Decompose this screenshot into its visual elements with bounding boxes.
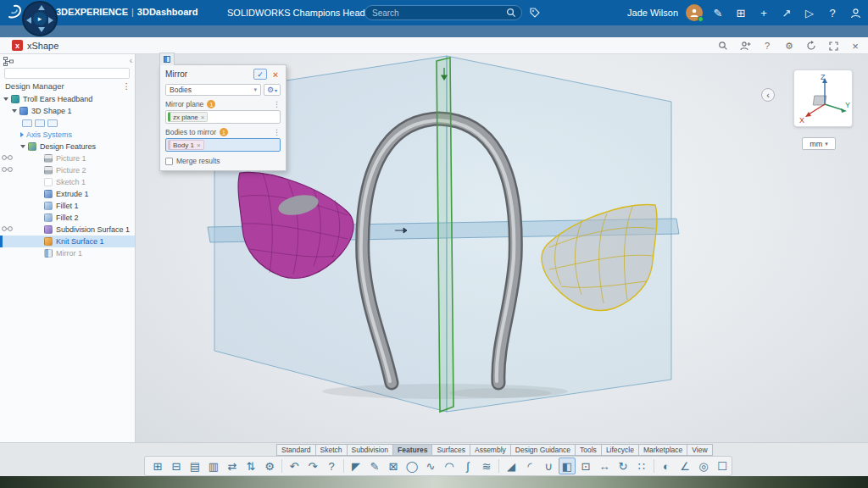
send-icon[interactable]: ▷	[802, 5, 817, 20]
expand-arrow-icon[interactable]	[3, 97, 8, 101]
options-gear-button[interactable]: ⚙ ▾	[264, 84, 281, 96]
curve-icon[interactable]: ∿	[422, 458, 439, 474]
tab-sketch[interactable]: Sketch	[316, 444, 348, 456]
share-user-icon[interactable]	[739, 40, 751, 52]
viewport-search-icon[interactable]	[717, 40, 729, 52]
tree-item-mirror-1[interactable]: Mirror 1	[0, 247, 135, 259]
mirror-plane-field[interactable]: zx plane ×	[165, 110, 281, 124]
snapshot-icon[interactable]: ☐	[714, 458, 731, 474]
settings-icon[interactable]: ⚙	[261, 458, 278, 474]
tab-tools[interactable]: Tools	[576, 444, 602, 456]
surface-icon[interactable]: ≋	[478, 458, 495, 474]
panel-search-input[interactable]	[4, 68, 130, 79]
new-file-icon[interactable]: ⊞	[149, 458, 166, 474]
scale-icon[interactable]: ∷	[633, 458, 650, 474]
tree-item-product[interactable]: Troll Ears Headband	[0, 93, 135, 105]
body-1-chip[interactable]: Body 1 ×	[168, 140, 204, 150]
save-icon[interactable]: ▤	[186, 458, 203, 474]
avatar[interactable]	[686, 4, 703, 21]
compass-play-icon[interactable]: ▸	[33, 12, 47, 25]
expand-arrow-icon[interactable]	[20, 145, 25, 148]
add-icon[interactable]: +	[756, 5, 771, 20]
fillet-icon[interactable]: ◜	[521, 458, 538, 474]
hidden-eyeglasses-icon[interactable]	[2, 154, 13, 161]
ok-button[interactable]: ✓	[253, 69, 267, 80]
close-icon[interactable]: ×	[849, 40, 861, 52]
orientation-triad[interactable]: Z Y X	[793, 69, 853, 127]
sync-icon[interactable]	[805, 40, 817, 52]
import-icon[interactable]: ⇄	[224, 458, 241, 474]
open-icon[interactable]: ⊟	[168, 458, 185, 474]
redo-icon[interactable]: ↷	[304, 458, 321, 474]
tab-surfaces[interactable]: Surfaces	[432, 444, 470, 456]
representation-icon[interactable]	[47, 119, 58, 127]
units-dropdown[interactable]: mm ▾	[802, 137, 836, 150]
hidden-eyeglasses-icon[interactable]	[2, 225, 13, 232]
tree-item-design-features[interactable]: Design Features	[0, 141, 135, 152]
rotate-icon[interactable]: ↻	[615, 458, 632, 474]
remove-chip-icon[interactable]: ×	[201, 114, 205, 121]
tag-icon[interactable]	[529, 7, 541, 19]
help-icon[interactable]: ?	[323, 458, 340, 474]
representation-icon[interactable]	[22, 119, 32, 127]
global-search[interactable]	[364, 5, 522, 20]
bodies-to-mirror-field[interactable]: Body 1 ×	[165, 138, 281, 152]
export-icon[interactable]: ⇅	[242, 458, 259, 474]
sketch-icon[interactable]: ✎	[366, 458, 383, 474]
knit-icon[interactable]: ∪	[540, 458, 557, 474]
extrude-icon[interactable]: ◢	[503, 458, 520, 474]
measure-icon[interactable]: ∠	[676, 458, 693, 474]
arc-icon[interactable]: ◠	[441, 458, 458, 474]
section-icon[interactable]: ◐	[658, 458, 675, 474]
tree-item-picture-1[interactable]: Picture 1	[0, 152, 135, 164]
box-primitive-icon[interactable]: ⊠	[385, 458, 402, 474]
tree-item-fillet-2[interactable]: Fillet 2	[0, 212, 135, 224]
merge-results-checkbox[interactable]	[165, 158, 173, 165]
settings-gear-icon[interactable]: ⚙	[783, 40, 795, 52]
tab-standard[interactable]: Standard	[276, 444, 316, 456]
collapsed-arrow-icon[interactable]	[20, 132, 24, 137]
zx-plane-chip[interactable]: zx plane ×	[168, 112, 208, 122]
search-input[interactable]	[370, 8, 506, 19]
spline-icon[interactable]: ∫	[459, 458, 476, 474]
help-icon[interactable]: ?	[825, 5, 840, 20]
expand-arrow-icon[interactable]	[12, 109, 17, 113]
merge-results-row[interactable]: Merge results	[165, 157, 281, 165]
tab-view[interactable]: View	[687, 444, 712, 456]
tab-subdivision[interactable]: Subdivision	[348, 444, 393, 456]
mirror-icon[interactable]: ◧	[559, 458, 576, 474]
collapse-panel-icon[interactable]: ‹	[130, 56, 132, 65]
tree-view-icon[interactable]	[3, 57, 14, 66]
tree-item-3d-shape[interactable]: 3D Shape 1	[0, 105, 135, 117]
help-icon[interactable]: ?	[761, 40, 773, 52]
tree-item-picture-2[interactable]: Picture 2	[0, 164, 135, 176]
tree-item-sketch-1[interactable]: Sketch 1	[0, 176, 135, 188]
mirror-plane-zx[interactable]	[437, 58, 453, 412]
tree-item-subdivision-surface-1[interactable]: Subdivision Surface 1	[0, 224, 135, 236]
bodies-type-dropdown[interactable]: Bodies ▾	[165, 84, 261, 96]
tree-item-extrude-1[interactable]: Extrude 1	[0, 188, 135, 200]
tab-assembly[interactable]: Assembly	[470, 444, 511, 456]
tab-marketplace[interactable]: Marketplace	[639, 444, 687, 456]
3dexperience-compass[interactable]: ▸	[22, 1, 58, 36]
tree-item-fillet-1[interactable]: Fillet 1	[0, 200, 135, 212]
tree-item-knit-surface-1[interactable]: Knit Surface 1	[0, 236, 135, 247]
select-icon[interactable]: ◤	[348, 458, 364, 474]
save-all-icon[interactable]: ▥	[205, 458, 222, 474]
pattern-icon[interactable]: ⊡	[577, 458, 594, 474]
fullscreen-icon[interactable]	[827, 40, 839, 52]
representation-icon[interactable]	[35, 119, 45, 127]
tab-lifecycle[interactable]: Lifecycle	[602, 444, 639, 456]
panel-expand-chevron[interactable]: ‹	[761, 88, 775, 102]
hidden-eyeglasses-icon[interactable]	[2, 166, 13, 173]
remove-chip-icon[interactable]: ×	[197, 141, 201, 149]
kebab-menu-icon[interactable]: ⋮	[273, 100, 281, 108]
tree-item-axis-systems[interactable]: Axis Systems	[0, 129, 135, 141]
apps-grid-icon[interactable]: ⊞	[733, 5, 748, 20]
kebab-menu-icon[interactable]: ⋮	[123, 81, 131, 91]
kebab-menu-icon[interactable]: ⋮	[273, 128, 281, 136]
tab-design-guidance[interactable]: Design Guidance	[511, 444, 576, 456]
pen-tool-icon[interactable]: ✎	[710, 5, 726, 20]
move-icon[interactable]: ↔	[596, 458, 613, 474]
search-icon[interactable]	[506, 8, 516, 18]
